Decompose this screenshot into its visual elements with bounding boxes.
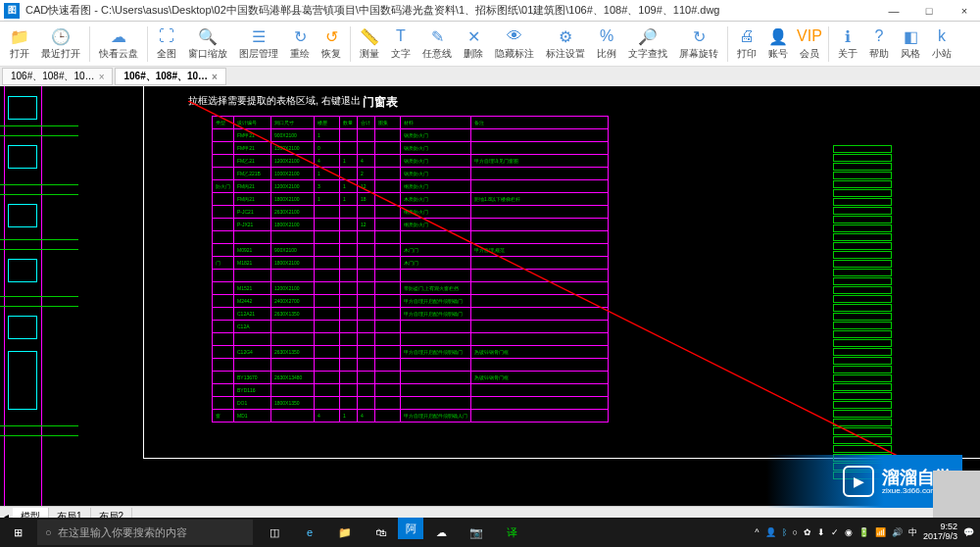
- table-header: 合计: [358, 117, 375, 129]
- table-row: [213, 231, 609, 244]
- side-item: [833, 330, 892, 338]
- tray-icon[interactable]: ✿: [804, 527, 811, 537]
- side-item: [833, 436, 892, 444]
- toolbar-打开[interactable]: 📁打开: [4, 25, 35, 63]
- tray-icon[interactable]: ○: [793, 527, 798, 537]
- table-row: 门M18211800X2100木门门: [213, 257, 609, 270]
- toolbar-比例[interactable]: %比例: [591, 25, 622, 63]
- side-item: [833, 242, 892, 250]
- table-row: DO11800X1350: [213, 397, 609, 410]
- maximize-button[interactable]: □: [917, 2, 941, 20]
- side-item: [833, 189, 892, 197]
- table-header: 设计编号: [234, 117, 271, 129]
- window-title: CAD快速看图 - C:\Users\asus\Desktop\02中国数码港郸…: [25, 3, 882, 18]
- minimize-button[interactable]: —: [882, 2, 906, 20]
- cortana-icon: ○: [45, 526, 52, 538]
- side-item: [833, 172, 892, 179]
- side-item: [833, 224, 892, 232]
- toolbar-关于[interactable]: ℹ关于: [832, 25, 863, 63]
- user-avatar: [933, 471, 980, 518]
- toolbar-图层管理[interactable]: ☰图层管理: [233, 25, 284, 63]
- table-header: 楼层: [315, 117, 340, 129]
- toolbar-标注设置[interactable]: ⚙标注设置: [540, 25, 591, 63]
- toolbar-文字查找[interactable]: 🔎文字查找: [622, 25, 673, 63]
- close-button[interactable]: ×: [953, 2, 976, 20]
- table-row: C12G42630X1350甲方自理开启配件须明确门热镀锌钢骨门框: [213, 346, 609, 359]
- side-item: [833, 366, 892, 373]
- toolbar-账号[interactable]: 👤账号: [762, 25, 794, 63]
- table-row: FM甲21900X21001钢质防火门: [213, 129, 609, 142]
- battery-icon[interactable]: 🔋: [858, 527, 869, 537]
- side-item: [833, 216, 892, 224]
- side-item: [833, 322, 892, 329]
- tray-icon[interactable]: ✓: [831, 527, 839, 537]
- tray-icon[interactable]: ◉: [845, 527, 853, 537]
- toolbar-重绘[interactable]: ↻重绘: [284, 25, 316, 63]
- app-icon-1[interactable]: 阿: [398, 518, 423, 539]
- search-box[interactable]: ○ 在这里输入你要搜索的内容: [37, 520, 253, 545]
- side-item: [833, 374, 892, 382]
- side-item: [833, 286, 892, 294]
- wifi-icon[interactable]: 📶: [875, 527, 886, 537]
- toolbar-快看云盘[interactable]: ☁快看云盘: [93, 25, 144, 63]
- drawing-canvas[interactable]: 拉框选择需要提取的表格区域, 右键退出 门窗表 类型设计编号洞口尺寸楼层数量合计…: [0, 86, 980, 506]
- side-item: [833, 427, 892, 435]
- toolbar-任意线[interactable]: ✎任意线: [416, 25, 458, 63]
- document-tabs: 106#、108#、10…×106#、108#、10…×: [0, 67, 980, 86]
- table-row: 防火门FM丙211200X21003112纲质防火门: [213, 180, 609, 193]
- side-item: [833, 304, 892, 312]
- volume-icon[interactable]: 🔊: [892, 527, 903, 537]
- toolbar-恢复[interactable]: ↺恢复: [316, 25, 347, 63]
- system-tray[interactable]: ^ 👤 ᛒ ○ ✿ ⬇ ✓ ◉ 🔋 📶 🔊 中 9:52 2017/9/3 💬: [755, 522, 980, 542]
- table-row: 窗MD1414甲方自理开启配件须明确人门: [213, 410, 609, 423]
- side-item: [833, 269, 892, 276]
- side-item: [833, 392, 892, 400]
- toolbar-全图[interactable]: ⛶全图: [151, 25, 182, 63]
- app-icon-3[interactable]: 📷: [459, 518, 494, 547]
- toolbar-打印[interactable]: 🖨打印: [731, 25, 762, 63]
- tab-close-icon[interactable]: ×: [212, 72, 218, 82]
- table-row: M15211200X2100带防盗门,上有观火窗栏挡: [213, 282, 609, 295]
- start-button[interactable]: ⊞: [0, 518, 35, 547]
- document-tab[interactable]: 106#、108#、10…×: [2, 68, 113, 85]
- toolbar-隐藏标注[interactable]: 👁隐藏标注: [489, 25, 540, 63]
- side-item: [833, 383, 892, 391]
- instruction-text: 拉框选择需要提取的表格区域, 右键退出: [188, 94, 361, 108]
- tray-icon[interactable]: 👤: [765, 527, 776, 537]
- document-tab[interactable]: 106#、108#、10…×: [115, 68, 225, 85]
- toolbar-窗口缩放[interactable]: 🔍窗口缩放: [182, 25, 233, 63]
- table-row: BY136702630X13480热镀锌钢骨门框: [213, 372, 609, 384]
- edge-icon[interactable]: e: [292, 518, 327, 547]
- table-title: 门窗表: [363, 94, 398, 111]
- toolbar-风格[interactable]: ◧风格: [895, 25, 926, 63]
- side-item: [833, 357, 892, 365]
- toolbar-文字[interactable]: T文字: [385, 25, 416, 63]
- ime-icon[interactable]: 中: [908, 526, 917, 539]
- notifications-icon[interactable]: 💬: [963, 527, 974, 537]
- store-icon[interactable]: 🛍: [363, 518, 398, 547]
- bluetooth-icon[interactable]: ᛒ: [782, 527, 787, 537]
- app-icon-2[interactable]: ☁: [423, 518, 459, 547]
- table-row: FM甲211500X21000钢质防火门: [213, 142, 609, 155]
- toolbar-测量[interactable]: 📏测量: [354, 25, 385, 63]
- tray-icon[interactable]: ⬇: [817, 527, 825, 537]
- table-header: 洞口尺寸: [271, 117, 315, 129]
- side-item: [833, 145, 892, 153]
- table-header: 数量: [340, 117, 358, 129]
- side-item: [833, 348, 892, 356]
- side-item: [833, 339, 892, 347]
- tray-up-icon[interactable]: ^: [755, 527, 759, 537]
- table-row: [213, 359, 609, 372]
- app-icon: 图: [4, 3, 20, 19]
- toolbar-帮助[interactable]: ?帮助: [863, 25, 895, 63]
- tab-close-icon[interactable]: ×: [99, 72, 105, 82]
- task-view-icon[interactable]: ◫: [257, 518, 292, 547]
- toolbar-小站[interactable]: k小站: [926, 25, 957, 63]
- toolbar-最近打开[interactable]: 🕒最近打开: [35, 25, 86, 63]
- clock[interactable]: 9:52 2017/9/3: [923, 522, 957, 542]
- app-icon-4[interactable]: 译: [494, 518, 529, 547]
- toolbar-屏幕旋转[interactable]: ↻屏幕旋转: [673, 25, 724, 63]
- toolbar-会员[interactable]: VIP会员: [794, 25, 825, 63]
- toolbar-删除[interactable]: ✕删除: [458, 25, 489, 63]
- explorer-icon[interactable]: 📁: [327, 518, 363, 547]
